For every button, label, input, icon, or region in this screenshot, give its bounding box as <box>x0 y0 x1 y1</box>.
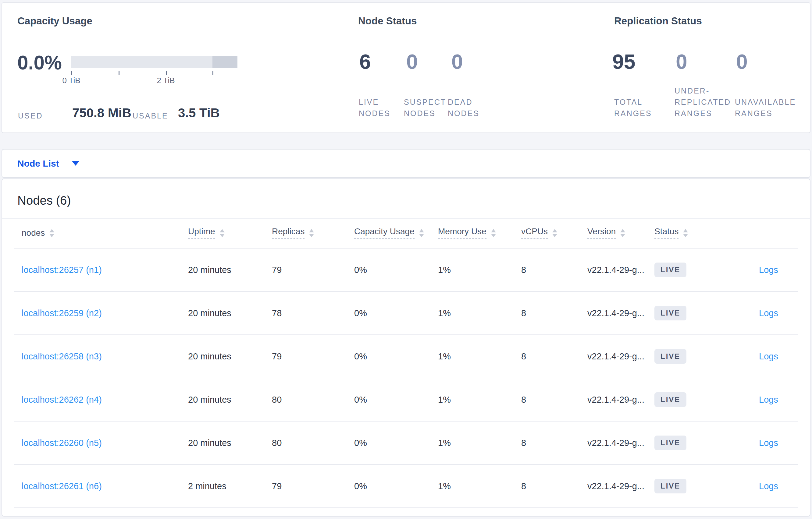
nodes-section-title: Nodes (6) <box>18 193 71 208</box>
chevron-down-icon <box>72 161 79 166</box>
column-header-uptime[interactable]: Uptime <box>188 218 272 248</box>
suspect-nodes-count: 0 <box>406 51 418 72</box>
capacity-cell: 0% <box>354 422 438 464</box>
uptime-cell: 20 minutes <box>188 248 272 291</box>
node-list-dropdown[interactable]: Node List <box>18 150 79 177</box>
node-status-title: Node Status <box>358 16 417 26</box>
node-link[interactable]: localhost:26258 (n3) <box>22 352 102 362</box>
sort-icon <box>683 229 688 237</box>
table-row: localhost:26259 (n2) 20 minutes 78 0% 1%… <box>14 292 798 335</box>
memory-cell: 1% <box>438 292 521 334</box>
replicas-cell: 79 <box>272 465 354 508</box>
capacity-cell: 0% <box>354 248 438 291</box>
capacity-cell: 0% <box>354 465 438 508</box>
under-replicated-ranges-count: 0 <box>676 51 687 72</box>
sort-icon <box>220 229 225 237</box>
node-link[interactable]: localhost:26257 (n1) <box>22 265 102 275</box>
axis-tick <box>71 71 72 75</box>
sort-icon <box>309 229 314 237</box>
replicas-cell: 80 <box>272 422 354 464</box>
table-row: localhost:26261 (n6) 2 minutes 79 0% 1% … <box>14 465 798 508</box>
replicas-cell: 79 <box>272 248 354 291</box>
status-badge: LIVE <box>655 479 687 493</box>
total-ranges-count: 95 <box>612 51 636 72</box>
vcpus-cell: 8 <box>521 465 587 508</box>
vcpus-cell: 8 <box>521 378 587 421</box>
under-replicated-ranges-label: UNDER- REPLICATED RANGES <box>674 85 731 119</box>
node-list-bar: Node List <box>2 149 810 178</box>
uptime-cell: 20 minutes <box>188 378 272 421</box>
replicas-cell: 79 <box>272 335 354 378</box>
nodes-table: nodes Uptime Replicas Capacity Usage Mem… <box>14 218 798 508</box>
column-header-logs <box>725 218 798 248</box>
status-badge: LIVE <box>655 435 687 450</box>
node-link[interactable]: localhost:26262 (n4) <box>22 395 102 405</box>
uptime-cell: 20 minutes <box>188 422 272 464</box>
capacity-cell: 0% <box>354 378 438 421</box>
sort-icon <box>491 229 496 237</box>
column-header-capacity-usage[interactable]: Capacity Usage <box>354 218 438 248</box>
logs-link[interactable]: Logs <box>759 352 778 362</box>
capacity-usage-title: Capacity Usage <box>18 16 92 26</box>
axis-tick-label: 2 TiB <box>154 77 178 84</box>
vcpus-cell: 8 <box>521 248 587 291</box>
logs-link[interactable]: Logs <box>759 308 778 318</box>
column-header-nodes[interactable]: nodes <box>14 218 188 248</box>
node-link[interactable]: localhost:26259 (n2) <box>22 308 102 318</box>
uptime-cell: 20 minutes <box>188 292 272 334</box>
column-header-replicas[interactable]: Replicas <box>272 218 354 248</box>
used-label: USED <box>18 112 43 120</box>
logs-link[interactable]: Logs <box>759 265 778 275</box>
vcpus-cell: 8 <box>521 335 587 378</box>
capacity-usage-bar: 0 TiB 2 TiB <box>71 56 237 68</box>
axis-tick <box>212 71 213 75</box>
column-header-vcpus[interactable]: vCPUs <box>521 218 587 248</box>
column-header-version[interactable]: Version <box>587 218 655 248</box>
memory-cell: 1% <box>438 335 521 378</box>
logs-link[interactable]: Logs <box>759 481 778 491</box>
version-cell: v22.1.4-29-g... <box>587 378 655 421</box>
node-link[interactable]: localhost:26261 (n6) <box>22 481 102 491</box>
memory-cell: 1% <box>438 248 521 291</box>
capacity-used-percent: 0.0% <box>18 53 62 72</box>
uptime-cell: 2 minutes <box>188 465 272 508</box>
version-cell: v22.1.4-29-g... <box>587 422 655 464</box>
unavailable-ranges-count: 0 <box>736 51 748 72</box>
node-list-dropdown-label: Node List <box>18 158 59 169</box>
sort-icon <box>419 229 424 237</box>
version-cell: v22.1.4-29-g... <box>587 292 655 334</box>
used-value: 750.8 MiB <box>72 106 132 119</box>
table-row: localhost:26258 (n3) 20 minutes 79 0% 1%… <box>14 335 798 378</box>
memory-cell: 1% <box>438 465 521 508</box>
version-cell: v22.1.4-29-g... <box>587 248 655 291</box>
status-badge: LIVE <box>655 263 687 277</box>
status-badge: LIVE <box>655 306 687 320</box>
version-cell: v22.1.4-29-g... <box>587 335 655 378</box>
status-badge: LIVE <box>655 392 687 407</box>
logs-link[interactable]: Logs <box>759 395 778 405</box>
version-cell: v22.1.4-29-g... <box>587 465 655 508</box>
memory-cell: 1% <box>438 422 521 464</box>
dead-nodes-count: 0 <box>452 51 463 72</box>
nodes-table-panel: Nodes (6) nodes Uptime Replicas Capacity… <box>2 179 810 517</box>
table-row: localhost:26262 (n4) 20 minutes 80 0% 1%… <box>14 378 798 422</box>
status-badge: LIVE <box>655 349 687 364</box>
logs-link[interactable]: Logs <box>759 438 778 448</box>
table-header-row: nodes Uptime Replicas Capacity Usage Mem… <box>14 218 798 248</box>
unavailable-ranges-label: UNAVAILABLE RANGES <box>735 96 796 119</box>
axis-tick-label: 0 TiB <box>59 77 84 84</box>
column-header-memory-use[interactable]: Memory Use <box>438 218 521 248</box>
cluster-summary-panel: Capacity Usage 0.0% 0 TiB 2 TiB USED 750… <box>2 2 810 133</box>
usable-label: USABLE <box>133 112 168 120</box>
sort-icon <box>552 229 557 237</box>
capacity-bar-dark-segment <box>212 56 237 68</box>
sort-icon <box>620 229 625 237</box>
live-nodes-count: 6 <box>359 51 371 72</box>
dead-nodes-label: DEAD NODES <box>448 96 480 119</box>
replication-status-title: Replication Status <box>614 16 702 26</box>
node-link[interactable]: localhost:26260 (n5) <box>22 438 102 448</box>
vcpus-cell: 8 <box>521 422 587 464</box>
axis-tick <box>119 71 119 75</box>
capacity-cell: 0% <box>354 335 438 378</box>
column-header-status[interactable]: Status <box>655 218 725 248</box>
